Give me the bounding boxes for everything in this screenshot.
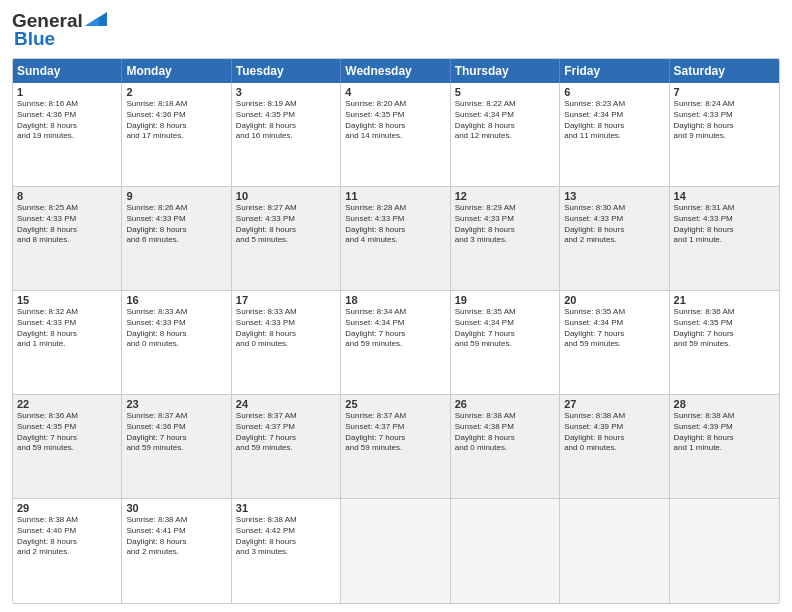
calendar-cell: 19Sunrise: 8:35 AMSunset: 4:34 PMDayligh… bbox=[451, 291, 560, 394]
calendar-cell: 7Sunrise: 8:24 AMSunset: 4:33 PMDaylight… bbox=[670, 83, 779, 186]
calendar-cell: 3Sunrise: 8:19 AMSunset: 4:35 PMDaylight… bbox=[232, 83, 341, 186]
calendar-cell: 13Sunrise: 8:30 AMSunset: 4:33 PMDayligh… bbox=[560, 187, 669, 290]
calendar-week-1: 1Sunrise: 8:16 AMSunset: 4:36 PMDaylight… bbox=[13, 83, 779, 187]
header-day-thursday: Thursday bbox=[451, 59, 560, 83]
header: General Blue bbox=[12, 10, 780, 50]
calendar-cell: 11Sunrise: 8:28 AMSunset: 4:33 PMDayligh… bbox=[341, 187, 450, 290]
calendar-cell: 5Sunrise: 8:22 AMSunset: 4:34 PMDaylight… bbox=[451, 83, 560, 186]
calendar: SundayMondayTuesdayWednesdayThursdayFrid… bbox=[12, 58, 780, 604]
header-day-tuesday: Tuesday bbox=[232, 59, 341, 83]
calendar-week-3: 15Sunrise: 8:32 AMSunset: 4:33 PMDayligh… bbox=[13, 291, 779, 395]
calendar-cell: 17Sunrise: 8:33 AMSunset: 4:33 PMDayligh… bbox=[232, 291, 341, 394]
calendar-cell: 18Sunrise: 8:34 AMSunset: 4:34 PMDayligh… bbox=[341, 291, 450, 394]
calendar-cell: 16Sunrise: 8:33 AMSunset: 4:33 PMDayligh… bbox=[122, 291, 231, 394]
calendar-cell: 22Sunrise: 8:36 AMSunset: 4:35 PMDayligh… bbox=[13, 395, 122, 498]
calendar-cell: 4Sunrise: 8:20 AMSunset: 4:35 PMDaylight… bbox=[341, 83, 450, 186]
calendar-body: 1Sunrise: 8:16 AMSunset: 4:36 PMDaylight… bbox=[13, 83, 779, 603]
calendar-cell: 12Sunrise: 8:29 AMSunset: 4:33 PMDayligh… bbox=[451, 187, 560, 290]
header-day-saturday: Saturday bbox=[670, 59, 779, 83]
calendar-cell: 2Sunrise: 8:18 AMSunset: 4:36 PMDaylight… bbox=[122, 83, 231, 186]
calendar-cell: 28Sunrise: 8:38 AMSunset: 4:39 PMDayligh… bbox=[670, 395, 779, 498]
calendar-cell: 8Sunrise: 8:25 AMSunset: 4:33 PMDaylight… bbox=[13, 187, 122, 290]
calendar-cell: 27Sunrise: 8:38 AMSunset: 4:39 PMDayligh… bbox=[560, 395, 669, 498]
calendar-cell: 20Sunrise: 8:35 AMSunset: 4:34 PMDayligh… bbox=[560, 291, 669, 394]
calendar-cell: 15Sunrise: 8:32 AMSunset: 4:33 PMDayligh… bbox=[13, 291, 122, 394]
calendar-week-4: 22Sunrise: 8:36 AMSunset: 4:35 PMDayligh… bbox=[13, 395, 779, 499]
calendar-cell: 25Sunrise: 8:37 AMSunset: 4:37 PMDayligh… bbox=[341, 395, 450, 498]
header-day-friday: Friday bbox=[560, 59, 669, 83]
logo-blue: Blue bbox=[14, 28, 55, 50]
calendar-cell bbox=[670, 499, 779, 603]
calendar-cell: 1Sunrise: 8:16 AMSunset: 4:36 PMDaylight… bbox=[13, 83, 122, 186]
calendar-cell bbox=[341, 499, 450, 603]
header-day-sunday: Sunday bbox=[13, 59, 122, 83]
calendar-cell: 10Sunrise: 8:27 AMSunset: 4:33 PMDayligh… bbox=[232, 187, 341, 290]
calendar-week-5: 29Sunrise: 8:38 AMSunset: 4:40 PMDayligh… bbox=[13, 499, 779, 603]
calendar-cell: 9Sunrise: 8:26 AMSunset: 4:33 PMDaylight… bbox=[122, 187, 231, 290]
calendar-cell: 24Sunrise: 8:37 AMSunset: 4:37 PMDayligh… bbox=[232, 395, 341, 498]
page-container: General Blue SundayMondayTuesdayWednesda… bbox=[0, 0, 792, 612]
calendar-cell bbox=[451, 499, 560, 603]
calendar-cell bbox=[560, 499, 669, 603]
svg-marker-1 bbox=[85, 17, 99, 26]
calendar-cell: 14Sunrise: 8:31 AMSunset: 4:33 PMDayligh… bbox=[670, 187, 779, 290]
calendar-cell: 26Sunrise: 8:38 AMSunset: 4:38 PMDayligh… bbox=[451, 395, 560, 498]
header-day-wednesday: Wednesday bbox=[341, 59, 450, 83]
calendar-header: SundayMondayTuesdayWednesdayThursdayFrid… bbox=[13, 59, 779, 83]
calendar-cell: 31Sunrise: 8:38 AMSunset: 4:42 PMDayligh… bbox=[232, 499, 341, 603]
calendar-cell: 21Sunrise: 8:36 AMSunset: 4:35 PMDayligh… bbox=[670, 291, 779, 394]
logo-bird-icon bbox=[85, 12, 107, 26]
calendar-cell: 30Sunrise: 8:38 AMSunset: 4:41 PMDayligh… bbox=[122, 499, 231, 603]
calendar-cell: 23Sunrise: 8:37 AMSunset: 4:36 PMDayligh… bbox=[122, 395, 231, 498]
header-day-monday: Monday bbox=[122, 59, 231, 83]
calendar-cell: 6Sunrise: 8:23 AMSunset: 4:34 PMDaylight… bbox=[560, 83, 669, 186]
logo: General Blue bbox=[12, 10, 107, 50]
calendar-cell: 29Sunrise: 8:38 AMSunset: 4:40 PMDayligh… bbox=[13, 499, 122, 603]
calendar-week-2: 8Sunrise: 8:25 AMSunset: 4:33 PMDaylight… bbox=[13, 187, 779, 291]
